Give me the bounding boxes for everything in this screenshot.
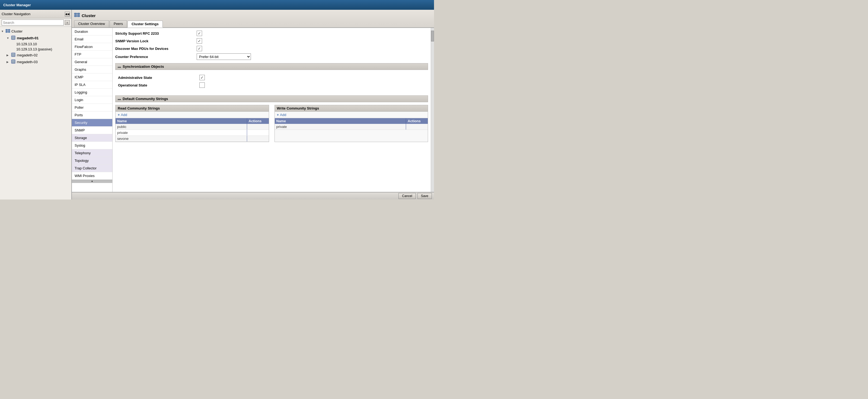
write-add-button[interactable]: + Add (275, 112, 428, 118)
nav-item-flowfalcon[interactable]: FlowFalcon (72, 43, 112, 51)
field-label-rfc2233: Strictly Support RFC 2233 (115, 31, 197, 35)
nav-item-syslog[interactable]: Syslog (72, 142, 112, 149)
search-clear-button[interactable]: x (65, 20, 70, 25)
tree-group-megadeth01: ▼ megadeth-01 10.129.13.10 (0, 35, 71, 52)
svg-rect-13 (74, 13, 77, 14)
checkbox-snmp-version-lock[interactable] (197, 38, 202, 44)
search-bar: x (0, 19, 71, 27)
field-row-op-state: Operational State (118, 82, 425, 88)
nav-item-topology[interactable]: Topology (72, 157, 112, 165)
nav-item-ip-sla[interactable]: IP SLA (72, 81, 112, 89)
read-community-table: Read Community Strings + Add Name Action… (115, 105, 269, 142)
nav-item-trap-collector[interactable]: Trap Collector (72, 165, 112, 172)
checkbox-discover-max-pdus[interactable] (197, 46, 202, 51)
read-col-name: Name (116, 118, 247, 124)
write-add-icon: + (277, 113, 279, 117)
write-row-private-name: private (275, 124, 406, 130)
tree-item-megadeth01[interactable]: ▼ megadeth-01 (5, 35, 71, 41)
nav-item-login[interactable]: Login (72, 96, 112, 104)
nav-item-snmp[interactable]: SNMP (72, 127, 112, 134)
right-header: Cluster (72, 11, 434, 19)
read-row-sevone-actions (247, 136, 269, 141)
select-counter-preference[interactable]: Prefer 64-bit Prefer 32-bit 32-bit only … (197, 54, 251, 60)
save-button[interactable]: Save (417, 193, 432, 199)
tab-peers[interactable]: Peers (110, 20, 127, 27)
field-label-admin-state: Administrative State (118, 76, 199, 80)
cluster-header-title: Cluster (82, 13, 96, 18)
tabs: Cluster Overview Peers Cluster Settings (72, 20, 434, 27)
community-strings-collapse-icon: ▬ (118, 97, 121, 101)
svg-rect-6 (12, 38, 14, 38)
tree-item-ip2[interactable]: 10.129.13.13 (passive) (11, 46, 71, 52)
svg-rect-2 (6, 31, 8, 33)
checkbox-admin-state[interactable] (199, 75, 205, 80)
tree-label-ip2: 10.129.13.13 (passive) (16, 47, 52, 51)
svg-rect-16 (77, 15, 80, 17)
checkbox-op-state[interactable] (199, 82, 205, 88)
search-input[interactable] (2, 20, 64, 26)
tree-group-megadeth02: ▶ megadeth-02 (0, 52, 71, 59)
read-add-label: Add (121, 113, 127, 117)
nav-item-duration[interactable]: Duration (72, 28, 112, 35)
community-strings-title: Default Community Strings (123, 97, 168, 101)
bottom-bar: Cancel Save (72, 192, 434, 199)
svg-rect-14 (77, 13, 80, 14)
write-row-private-actions (406, 124, 428, 130)
settings-content: Strictly Support RFC 2233 SNMP Version L… (113, 28, 431, 192)
title-bar: Cluster Manager (0, 0, 434, 10)
field-label-op-state: Operational State (118, 83, 199, 87)
tree-item-ip1[interactable]: 10.129.13.10 (11, 41, 71, 46)
tab-cluster-settings[interactable]: Cluster Settings (127, 21, 163, 28)
nav-item-ports[interactable]: Ports (72, 111, 112, 119)
nav-item-icmp[interactable]: ICMP (72, 73, 112, 81)
right-panel: Cluster Cluster Overview Peers Cluster S… (72, 10, 434, 199)
left-panel: Cluster Navigation ◀◀ x ▼ (0, 10, 72, 199)
nav-item-email[interactable]: Email (72, 35, 112, 43)
nav-item-storage[interactable]: Storage (72, 134, 112, 142)
right-scrollbar[interactable] (431, 28, 434, 192)
tree-toggle-cluster: ▼ (1, 30, 5, 33)
svg-rect-5 (12, 36, 14, 37)
tree-spacer-ip2 (12, 48, 16, 51)
field-row-discover-max-pdus: Discover Max PDUs for Devices (115, 46, 428, 51)
tree-toggle-megadeth01: ▼ (6, 37, 11, 40)
write-add-label: Add (280, 113, 286, 117)
sync-objects-header[interactable]: ▬ Synchronization Objects (115, 63, 428, 70)
tab-area: Cluster Cluster Overview Peers Cluster S… (72, 10, 434, 28)
write-table-header: Write Community Strings (275, 105, 428, 112)
nav-item-ftp[interactable]: FTP (72, 51, 112, 58)
sync-objects-content: Administrative State Operational State (115, 73, 428, 92)
svg-rect-8 (12, 54, 14, 54)
tree-item-cluster[interactable]: ▼ Cluster (0, 28, 71, 35)
nav-item-graphs[interactable]: Graphs (72, 66, 112, 73)
collapse-button[interactable]: ◀◀ (65, 12, 70, 16)
checkbox-rfc2233[interactable] (197, 31, 202, 36)
field-row-admin-state: Administrative State (118, 75, 425, 80)
nav-item-telephony[interactable]: Telephony (72, 149, 112, 157)
read-table-header: Read Community Strings (116, 105, 269, 112)
cluster-header-icon (74, 12, 80, 19)
read-row-private: private (116, 130, 269, 136)
svg-rect-1 (8, 29, 10, 31)
tree-label-ip1: 10.129.13.10 (16, 42, 37, 46)
tree-label-megadeth03: megadeth-03 (17, 60, 38, 64)
tree-label-cluster: Cluster (11, 29, 23, 33)
tab-cluster-overview[interactable]: Cluster Overview (74, 20, 109, 27)
tree-item-megadeth03[interactable]: ▶ megadeth-03 (5, 59, 71, 65)
read-row-sevone-name: sevone (116, 136, 247, 141)
svg-rect-12 (12, 62, 14, 62)
community-strings-header[interactable]: ▬ Default Community Strings (115, 95, 428, 102)
cancel-button[interactable]: Cancel (399, 193, 415, 199)
tree-item-megadeth02[interactable]: ▶ megadeth-02 (5, 52, 71, 59)
nav-item-general[interactable]: General (72, 58, 112, 66)
svg-rect-11 (12, 60, 14, 61)
nav-item-logging[interactable]: Logging (72, 89, 112, 96)
nav-item-wmi-proxies[interactable]: WMI Proxies (72, 172, 112, 180)
field-label-snmp-version-lock: SNMP Version Lock (115, 39, 197, 43)
panel-header: Cluster Navigation ◀◀ (0, 10, 71, 19)
nav-item-poller[interactable]: Poller (72, 104, 112, 111)
read-add-button[interactable]: + Add (116, 112, 269, 118)
nav-item-security[interactable]: Security (72, 119, 112, 127)
tree-spacer-ip1 (12, 42, 16, 45)
app-title: Cluster Manager (3, 3, 31, 7)
